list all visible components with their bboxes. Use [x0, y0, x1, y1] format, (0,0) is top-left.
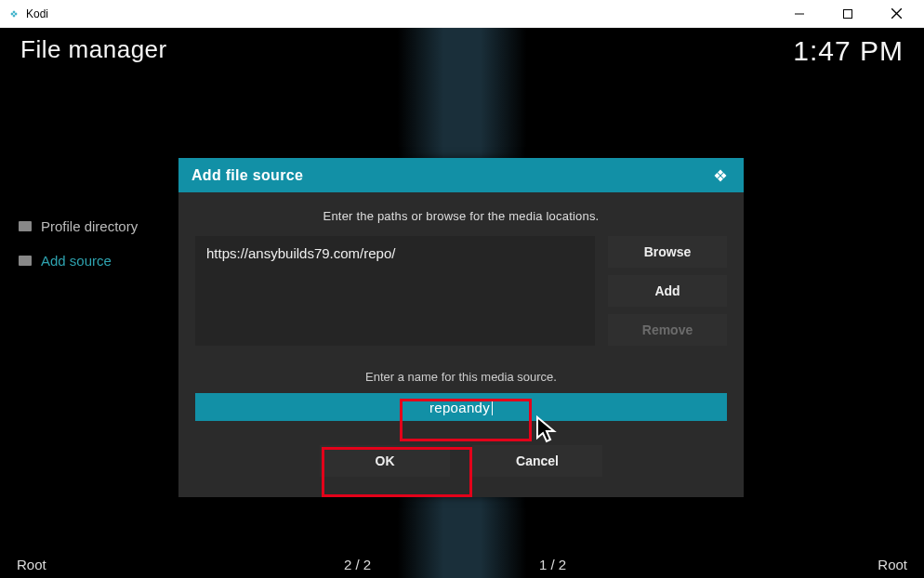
kodi-window: Kodi File manager 1:47 PM Profile direct… — [0, 0, 924, 578]
header: File manager 1:47 PM — [0, 28, 924, 84]
pager-right: 1 / 2 — [539, 557, 566, 572]
svg-rect-10 — [715, 173, 720, 178]
svg-rect-2 — [10, 12, 13, 15]
kodi-logo-icon — [710, 165, 731, 186]
page-title: File manager — [20, 35, 167, 84]
dialog-titlebar: Add file source — [178, 158, 744, 192]
add-file-source-dialog: Add file source Enter the paths or brows… — [178, 158, 744, 497]
footer: Root 2 / 2 1 / 2 Root — [0, 553, 924, 578]
add-button[interactable]: Add — [608, 275, 727, 307]
folder-icon — [19, 256, 32, 266]
titlebar-title: Kodi — [26, 7, 48, 20]
svg-rect-9 — [721, 173, 727, 178]
ok-button[interactable]: OK — [320, 445, 450, 477]
window-controls — [779, 0, 917, 28]
footer-right-label: Root — [878, 557, 907, 572]
text-caret — [492, 399, 493, 415]
paths-input[interactable]: https://ansybuilds79.com/repo/ — [195, 236, 595, 346]
sidebar-item-label: Add source — [41, 253, 112, 269]
dialog-body: Enter the paths or browse for the media … — [178, 192, 744, 497]
svg-rect-1 — [14, 12, 17, 15]
close-button[interactable] — [876, 0, 917, 28]
source-name-value: repoandy — [429, 400, 490, 415]
browse-button[interactable]: Browse — [608, 236, 727, 268]
dialog-action-row: OK Cancel — [195, 445, 727, 477]
maximize-button[interactable] — [827, 0, 868, 28]
kodi-app: File manager 1:47 PM Profile directory A… — [0, 28, 924, 578]
name-instruction: Enter a name for this media source. — [195, 370, 727, 384]
clock: 1:47 PM — [793, 35, 904, 84]
window-titlebar: Kodi — [0, 0, 924, 28]
folder-icon — [19, 221, 32, 231]
svg-rect-11 — [718, 176, 723, 181]
sidebar-left: Profile directory Add source — [13, 209, 143, 278]
pager-left: 2 / 2 — [344, 557, 371, 572]
svg-rect-8 — [718, 169, 723, 175]
svg-rect-3 — [12, 14, 15, 17]
remove-button[interactable]: Remove — [608, 314, 727, 346]
source-name-input[interactable]: repoandy — [195, 393, 727, 421]
dialog-title: Add file source — [191, 167, 303, 184]
footer-left-label: Root — [17, 557, 46, 572]
sidebar-item-label: Profile directory — [41, 218, 138, 234]
sidebar-item-profile-directory[interactable]: Profile directory — [13, 209, 143, 243]
minimize-button[interactable] — [779, 0, 820, 28]
path-value: https://ansybuilds79.com/repo/ — [206, 245, 584, 261]
paths-row: https://ansybuilds79.com/repo/ Browse Ad… — [195, 236, 727, 346]
svg-rect-5 — [844, 9, 852, 18]
cancel-button[interactable]: Cancel — [472, 445, 602, 477]
sidebar-item-add-source[interactable]: Add source — [13, 243, 143, 278]
path-buttons: Browse Add Remove — [608, 236, 727, 346]
paths-instruction: Enter the paths or browse for the media … — [195, 209, 727, 223]
kodi-icon — [7, 7, 20, 20]
svg-rect-0 — [12, 10, 15, 13]
